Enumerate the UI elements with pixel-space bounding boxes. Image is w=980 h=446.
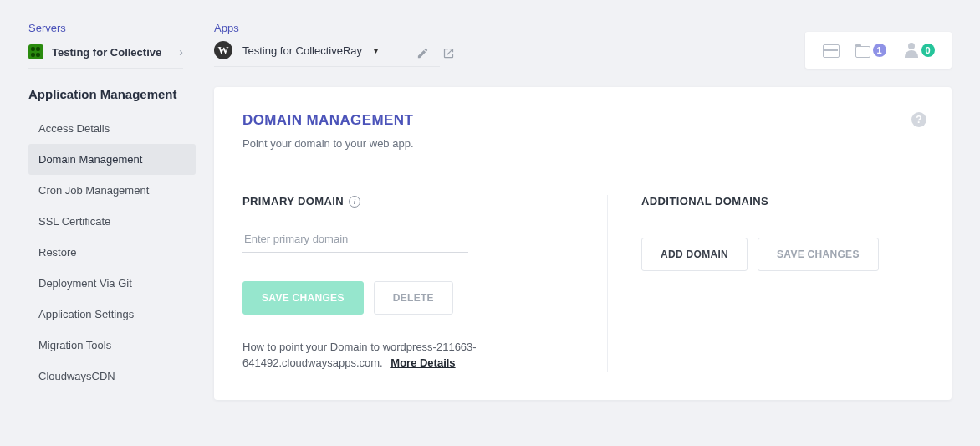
sidebar-item-restore[interactable]: Restore: [28, 237, 196, 268]
caret-down-icon: ▾: [374, 46, 378, 55]
sidebar-item-application-settings[interactable]: Application Settings: [28, 299, 196, 330]
sidebar-title: Application Management: [28, 87, 214, 101]
apps-breadcrumb[interactable]: Apps: [214, 22, 440, 34]
servers-breadcrumb[interactable]: Servers: [28, 22, 214, 34]
sidebar-item-ssl-certificate[interactable]: SSL Certificate: [28, 206, 196, 237]
top-right-toolbar: 1 0: [805, 32, 952, 69]
team-count-badge: 0: [921, 44, 935, 57]
main-panel: ? DOMAIN MANAGEMENT Point your domain to…: [214, 87, 952, 400]
delete-primary-domain-button[interactable]: DELETE: [374, 281, 453, 315]
sidebar-item-domain-management[interactable]: Domain Management: [28, 144, 196, 175]
open-external-icon[interactable]: [442, 47, 455, 63]
panel-subtitle: Point your domain to your web app.: [242, 137, 923, 150]
list-view-icon[interactable]: [823, 44, 838, 56]
wordpress-icon: W: [214, 41, 232, 59]
projects-count-badge: 1: [873, 44, 886, 57]
more-details-link[interactable]: More Details: [390, 356, 455, 369]
help-icon[interactable]: ?: [911, 112, 926, 127]
sidebar-item-cloudwayscdn[interactable]: CloudwaysCDN: [28, 361, 196, 392]
server-name: Testing for CollectiveR: [52, 46, 161, 59]
sidebar-item-cron-job-management[interactable]: Cron Job Management: [28, 175, 196, 206]
edit-icon[interactable]: [416, 47, 429, 63]
app-name: Testing for CollectiveRay: [242, 44, 362, 57]
sidebar-item-deployment-via-git[interactable]: Deployment Via Git: [28, 268, 196, 299]
save-additional-domains-button[interactable]: SAVE CHANGES: [758, 238, 879, 271]
server-icon: [28, 44, 43, 59]
primary-domain-label: PRIMARY DOMAIN: [242, 195, 344, 208]
info-icon[interactable]: i: [349, 196, 360, 208]
user-icon: [904, 43, 919, 58]
panel-title: DOMAIN MANAGEMENT: [242, 112, 923, 129]
team-indicator[interactable]: 0: [904, 43, 935, 58]
primary-domain-input[interactable]: [242, 226, 468, 253]
add-domain-button[interactable]: ADD DOMAIN: [641, 238, 748, 271]
server-selector[interactable]: Testing for CollectiveR ›: [28, 44, 183, 69]
projects-icon: [855, 44, 870, 56]
primary-domain-help-text: How to point your Domain to wordpress-21…: [242, 340, 560, 372]
save-primary-domain-button[interactable]: SAVE CHANGES: [242, 281, 364, 315]
projects-indicator[interactable]: 1: [855, 44, 886, 57]
additional-domains-label: ADDITIONAL DOMAINS: [641, 195, 768, 208]
sidebar-item-migration-tools[interactable]: Migration Tools: [28, 330, 196, 361]
chevron-right-icon: ›: [179, 45, 183, 59]
sidebar-item-access-details[interactable]: Access Details: [28, 113, 196, 144]
